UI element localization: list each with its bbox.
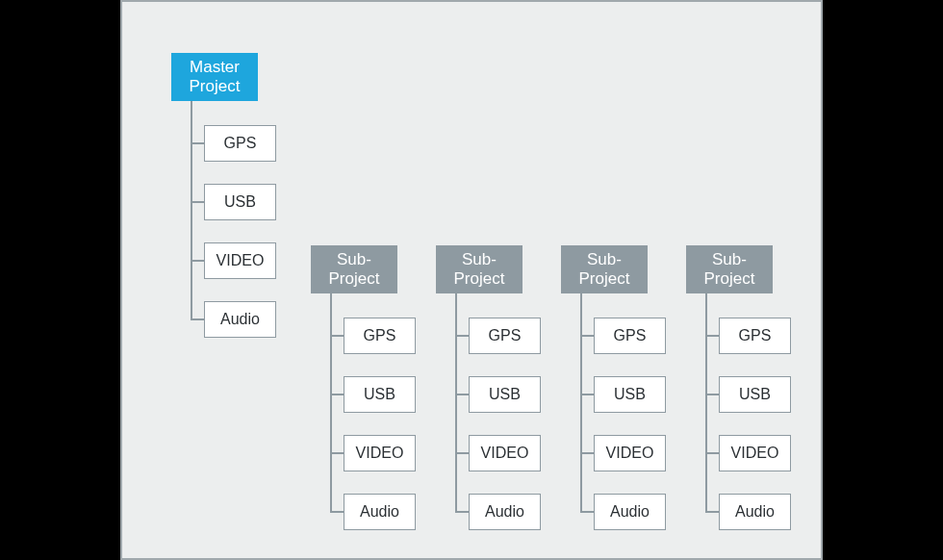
sub3-branch-gps: [580, 335, 594, 337]
sub1-child-gps-label: GPS: [364, 327, 396, 345]
sub-project-2-node: Sub- Project: [436, 245, 522, 293]
sub2-child-gps-label: GPS: [489, 327, 522, 345]
sub1-branch-gps: [330, 335, 344, 337]
sub1-trunk: [330, 293, 332, 511]
master-child-usb: USB: [204, 184, 276, 220]
sub4-branch-usb: [705, 394, 719, 395]
sub4-line2: Project: [704, 269, 755, 289]
sub4-child-audio-label: Audio: [735, 503, 775, 522]
sub1-child-audio: Audio: [344, 494, 416, 530]
master-child-video: VIDEO: [204, 242, 276, 279]
sub2-child-audio-label: Audio: [485, 503, 524, 522]
sub1-child-video: VIDEO: [344, 435, 416, 471]
sub2-child-gps: GPS: [469, 318, 541, 354]
master-branch-gps: [191, 142, 204, 144]
sub-project-3-node: Sub- Project: [561, 245, 648, 293]
sub1-line1: Sub-: [337, 250, 371, 269]
master-trunk: [191, 101, 192, 318]
sub-project-4-node: Sub- Project: [686, 245, 773, 293]
sub1-child-gps: GPS: [344, 318, 416, 354]
sub3-branch-video: [580, 452, 594, 454]
sub3-child-video-label: VIDEO: [606, 445, 654, 463]
sub2-line1: Sub-: [462, 250, 497, 269]
master-branch-usb: [191, 201, 204, 203]
sub4-child-gps-label: GPS: [739, 327, 772, 345]
sub3-line2: Project: [579, 269, 630, 289]
sub-project-1-node: Sub- Project: [311, 245, 397, 293]
sub2-child-video: VIDEO: [469, 435, 541, 471]
sub4-child-video-label: VIDEO: [731, 445, 779, 463]
sub4-child-video: VIDEO: [719, 435, 791, 471]
sub1-branch-usb: [330, 394, 344, 395]
sub4-line1: Sub-: [712, 250, 747, 269]
sub4-trunk: [705, 293, 707, 511]
master-child-audio: Audio: [204, 301, 276, 338]
sub2-branch-gps: [455, 335, 469, 337]
sub1-line2: Project: [329, 269, 380, 289]
master-branch-audio: [191, 318, 204, 320]
sub4-child-audio: Audio: [719, 494, 791, 530]
sub3-child-audio: Audio: [594, 494, 666, 530]
sub2-branch-audio: [455, 511, 469, 513]
sub3-child-usb: USB: [594, 376, 666, 413]
sub4-child-gps: GPS: [719, 318, 791, 354]
sub3-line1: Sub-: [587, 250, 622, 269]
sub3-child-video: VIDEO: [594, 435, 666, 471]
master-child-video-label: VIDEO: [217, 252, 265, 270]
sub3-branch-audio: [580, 511, 594, 513]
master-branch-video: [191, 260, 204, 262]
sub1-child-usb: USB: [344, 376, 416, 413]
sub2-child-usb: USB: [469, 376, 541, 413]
sub4-branch-video: [705, 452, 719, 454]
sub3-branch-usb: [580, 394, 594, 395]
sub2-branch-usb: [455, 394, 469, 395]
sub1-child-usb-label: USB: [364, 386, 395, 404]
master-child-gps-label: GPS: [224, 135, 257, 153]
sub2-line2: Project: [454, 269, 505, 289]
sub2-child-video-label: VIDEO: [481, 445, 529, 463]
sub4-branch-audio: [705, 511, 719, 513]
sub3-child-audio-label: Audio: [610, 503, 650, 522]
sub4-branch-gps: [705, 335, 719, 337]
sub2-child-audio: Audio: [469, 494, 541, 530]
master-child-usb-label: USB: [224, 193, 256, 212]
master-line2: Project: [190, 77, 241, 96]
master-project-node: Master Project: [171, 53, 258, 101]
sub1-child-video-label: VIDEO: [356, 445, 404, 463]
master-line1: Master: [190, 58, 240, 77]
sub3-child-usb-label: USB: [614, 386, 646, 404]
master-child-audio-label: Audio: [220, 311, 260, 329]
sub4-child-usb: USB: [719, 376, 791, 413]
master-child-gps: GPS: [204, 125, 276, 162]
sub1-child-audio-label: Audio: [360, 503, 399, 522]
sub2-trunk: [455, 293, 457, 511]
sub1-branch-video: [330, 452, 344, 454]
sub3-child-gps: GPS: [594, 318, 666, 354]
sub3-child-gps-label: GPS: [614, 327, 647, 345]
sub1-branch-audio: [330, 511, 344, 513]
sub2-branch-video: [455, 452, 469, 454]
diagram-canvas: Master Project GPS USB VIDEO Audio Sub- …: [120, 0, 823, 560]
sub3-trunk: [580, 293, 582, 511]
sub2-child-usb-label: USB: [489, 386, 521, 404]
sub4-child-usb-label: USB: [739, 386, 771, 404]
